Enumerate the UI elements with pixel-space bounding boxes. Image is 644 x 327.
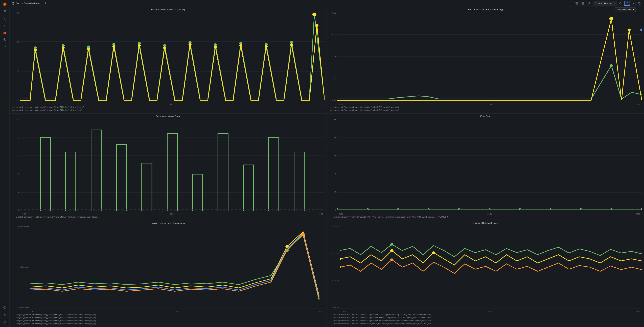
svg-rect-33: [582, 2, 584, 3]
sidebar-item-explore[interactable]: [2, 36, 8, 43]
sidebar-item-settings[interactable]: [2, 312, 8, 318]
panel-cpu-title: Recommendation Service (CPU%): [12, 8, 324, 11]
svg-point-127: [340, 258, 341, 260]
svg-rect-28: [577, 2, 578, 3]
grid-icon: [12, 2, 14, 5]
svg-rect-19: [13, 2, 14, 3]
sidebar-item-history[interactable]: [2, 304, 8, 310]
svg-point-131: [390, 258, 394, 261]
refresh-button[interactable]: [624, 1, 630, 6]
svg-rect-97: [294, 152, 304, 211]
panel-endpoint-rate-legend: {instance="otelcol:9464", job="otel", op…: [329, 314, 642, 326]
breadcrumb-section[interactable]: Demo: [16, 2, 21, 4]
refresh-tooltip: Refresh dashboard: [615, 8, 636, 12]
panel-endpoint-rate: Endpoint Rate by Service 0.3 req/s 0.2 r…: [327, 220, 644, 327]
grafana-logo[interactable]: [2, 1, 8, 8]
main-content: Demo / Demo Dashboard +: [10, 0, 644, 327]
svg-rect-21: [13, 4, 14, 4]
panel-latency-y-axis: 400 milliseconds 200 milliseconds 0 mill…: [12, 226, 30, 309]
svg-point-63: [112, 45, 115, 48]
svg-point-70: [290, 43, 293, 46]
top-nav: Demo / Demo Dashboard +: [10, 0, 644, 7]
svg-point-1: [4, 4, 4, 4]
svg-point-24: [45, 4, 46, 4]
panel-memory-x-axis: 21:50 21:55 22:00: [337, 104, 642, 105]
svg-line-26: [44, 3, 45, 4]
nav-actions: + Last 15: [574, 1, 642, 6]
panel-error-rate-legend: {instance="otelcol:9464", job="otel", op…: [329, 216, 642, 219]
svg-point-67: [214, 46, 217, 48]
breadcrumb-separator: /: [22, 2, 23, 4]
panel-cpu-x-axis: 21:50 21:55 22:00: [20, 104, 324, 105]
tv-mode-button[interactable]: [636, 1, 642, 6]
svg-point-129: [432, 251, 435, 254]
panel-latency-title: Service Latency (from SpanMetrics): [12, 222, 324, 224]
panel-endpoint-rate-chart: 0.3 req/s 0.2 req/s 0.1 req/s 0.0 req/s: [329, 226, 642, 313]
svg-point-6: [4, 19, 5, 20]
sidebar-item-dashboards[interactable]: [2, 30, 8, 36]
svg-point-132: [340, 266, 341, 268]
panel-rec-count-x-axis: 21:50 21:55 22:00: [20, 213, 324, 215]
panel-cpu-y-axis: 30% 20% 10% 0%: [12, 12, 20, 101]
svg-rect-95: [243, 165, 253, 211]
save-button[interactable]: [580, 1, 586, 6]
svg-point-115: [641, 208, 642, 210]
svg-point-59: [312, 12, 316, 16]
sidebar-item-help[interactable]: ?: [2, 319, 8, 325]
panel-latency-chart: 400 milliseconds 200 milliseconds 0 mill…: [12, 226, 324, 313]
svg-text:?: ?: [4, 322, 5, 323]
svg-point-2: [5, 4, 5, 4]
panel-memory-canvas: [337, 12, 642, 101]
svg-point-71: [316, 24, 318, 27]
panel-latency-legend: histogram_quantile(0.50, sum(rate(latenc…: [12, 314, 324, 326]
svg-rect-91: [142, 163, 152, 211]
panel-cpu: Recommendation Service (CPU%) 30% 20% 10…: [10, 7, 327, 114]
panel-error-rate-canvas: [337, 119, 642, 211]
svg-point-60: [34, 49, 37, 51]
dropdown-button[interactable]: [631, 1, 636, 6]
svg-rect-18: [12, 2, 12, 3]
svg-rect-94: [218, 134, 228, 211]
sidebar-item-alerting[interactable]: [2, 43, 8, 49]
svg-point-23: [44, 3, 44, 3]
panel-rec-count-y-axis: 10 8 6 4 2 0: [12, 119, 20, 211]
dashboard-area: Recommendation Service (CPU%) 30% 20% 10…: [10, 7, 644, 327]
svg-rect-20: [12, 4, 12, 4]
panel-latency: Service Latency (from SpanMetrics) 400 m…: [10, 220, 327, 327]
svg-point-66: [188, 43, 192, 46]
time-range-button[interactable]: Last 15 minutes: [593, 1, 617, 6]
sidebar-toggle[interactable]: [2, 9, 8, 14]
svg-rect-3: [4, 10, 6, 11]
panel-latency-canvas: [30, 226, 324, 309]
panel-cpu-legend: {exported_job="recommendationservice", i…: [12, 106, 324, 112]
sidebar-item-starred[interactable]: [2, 23, 8, 29]
panel-error-rate: Error Rate 100 80 60 40 20 0: [327, 114, 644, 220]
svg-rect-90: [116, 145, 126, 211]
panel-cpu-canvas: [20, 12, 324, 101]
svg-point-65: [163, 46, 166, 49]
svg-rect-5: [4, 12, 6, 12]
svg-point-122: [301, 233, 306, 236]
sidebar-item-search[interactable]: [2, 16, 8, 22]
breadcrumb-page: Demo Dashboard: [24, 2, 41, 4]
svg-rect-29: [576, 4, 576, 4]
add-panel-button[interactable]: +: [574, 1, 579, 6]
share-icon[interactable]: [44, 2, 46, 5]
svg-rect-89: [91, 130, 101, 211]
panel-error-rate-title: Error Rate: [329, 115, 642, 118]
svg-rect-11: [5, 33, 6, 34]
panel-cpu-chart: 30% 20% 10% 0%: [12, 12, 324, 105]
svg-rect-9: [5, 32, 6, 33]
settings-button[interactable]: [587, 1, 592, 6]
svg-rect-27: [576, 2, 576, 3]
zoom-out-button[interactable]: [618, 1, 623, 6]
svg-point-61: [62, 46, 65, 49]
panel-error-rate-x-axis: 21:50 21:55 22:00: [337, 213, 642, 215]
svg-rect-40: [638, 2, 640, 4]
svg-point-13: [4, 39, 5, 40]
panel-endpoint-rate-x-axis: 21:50 21:55 22:00: [340, 311, 642, 313]
svg-text:+: +: [577, 3, 578, 4]
svg-point-130: [390, 243, 394, 246]
panel-memory-title: Recommendation Service (Memory): [329, 8, 642, 11]
svg-rect-10: [4, 33, 4, 34]
